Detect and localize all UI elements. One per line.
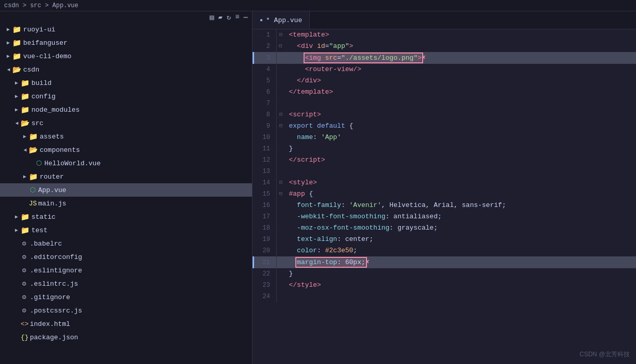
- tree-label: assets: [40, 133, 64, 141]
- arrow-icon: ▶: [4, 26, 12, 32]
- refresh-icon[interactable]: ↻: [226, 12, 232, 22]
- tree-item-helloworld[interactable]: ⬡ HelloWorld.vue: [0, 157, 252, 170]
- tree-item-test[interactable]: ▶ 📁 test: [0, 223, 252, 237]
- line-number: 7: [254, 98, 277, 109]
- tree-item-package-json[interactable]: {} package.json: [0, 331, 252, 344]
- html-file-icon: <>: [21, 320, 28, 328]
- line-number: 5: [254, 75, 277, 86]
- tree-item-src[interactable]: ▼ 📂 src: [0, 116, 252, 130]
- arrow-icon: ▶: [12, 214, 21, 220]
- vue-file-icon: ⬡: [35, 159, 42, 167]
- fold-icon[interactable]: ⊟: [277, 120, 285, 132]
- arrow-icon: ▶: [21, 174, 29, 180]
- tab-bar: ● * App.vue: [253, 11, 636, 29]
- line-number: 23: [254, 280, 277, 291]
- line-content: <template>: [285, 29, 636, 41]
- code-line-19: 19 text-align: center;: [254, 234, 636, 245]
- tree-item-router[interactable]: ▶ 📁 router: [0, 170, 252, 183]
- code-line-24: 24: [254, 291, 636, 302]
- editor-area: ● * App.vue 1 ⊟ <template> 2 ⊟: [253, 11, 636, 364]
- code-line-5: 5 </div>: [254, 75, 636, 86]
- new-file-icon[interactable]: ▤: [209, 12, 215, 22]
- folder-icon: 📁: [12, 25, 21, 34]
- line-number: 6: [254, 86, 277, 98]
- fold-icon[interactable]: ⊟: [277, 188, 285, 200]
- folder-open-icon: 📂: [21, 119, 29, 128]
- tree-item-editorconfig[interactable]: ⚙ .editorconfig: [0, 250, 252, 264]
- tree-item-assets[interactable]: ▶ 📁 assets: [0, 130, 252, 143]
- arrow-icon: ▼: [6, 65, 11, 74]
- line-number: 18: [254, 222, 277, 234]
- new-folder-icon[interactable]: ▰: [217, 12, 223, 22]
- line-content: -webkit-font-smoothing: antialiased;: [285, 211, 636, 222]
- tree-item-babelrc[interactable]: ⚙ .babelrc: [0, 237, 252, 250]
- tree-label: config: [31, 93, 56, 100]
- tree-item-vue-cli-demo[interactable]: ▶ 📁 vue-cli-demo: [0, 49, 252, 63]
- fold-icon: [277, 132, 285, 143]
- line-number: 17: [254, 211, 277, 222]
- folder-icon: 📁: [21, 226, 29, 235]
- line-number: 8: [254, 109, 277, 120]
- tree-label: App.vue: [38, 186, 66, 194]
- json-file-icon: {}: [21, 334, 28, 341]
- tree-label: router: [40, 173, 64, 181]
- tree-item-postcssrc[interactable]: ⚙ .postcssrc.js: [0, 304, 252, 317]
- collapse-icon[interactable]: ≡: [234, 12, 240, 22]
- line-number: 10: [254, 132, 277, 143]
- fold-icon: [277, 234, 285, 245]
- tree-item-build[interactable]: ▶ 📁 build: [0, 76, 252, 90]
- js-file-icon: JS: [29, 200, 36, 207]
- line-number: 19: [254, 234, 277, 245]
- fold-icon[interactable]: ⊟: [277, 41, 285, 52]
- fold-icon: [277, 98, 285, 109]
- fold-icon[interactable]: ⊟: [277, 109, 285, 120]
- line-content: <div id="app">: [285, 41, 636, 52]
- tree-label: test: [31, 227, 47, 234]
- tree-label: HelloWorld.vue: [44, 160, 101, 167]
- fold-icon[interactable]: ⊟: [277, 177, 285, 188]
- arrow-icon: ▶: [4, 40, 12, 46]
- folder-icon: 📁: [29, 132, 38, 141]
- line-content: }: [285, 143, 636, 154]
- tree-item-beifanguser[interactable]: ▶ 📁 beifanguser: [0, 36, 252, 49]
- tree-label: package.json: [30, 334, 78, 341]
- code-line-23: 23 </style>: [254, 280, 636, 291]
- line-content: <script>: [285, 109, 636, 120]
- code-table: 1 ⊟ <template> 2 ⊟ <div id="app"> 3: [253, 29, 636, 302]
- fold-icon: [277, 268, 285, 280]
- tree-item-eslintrc[interactable]: ⚙ .eslintrc.js: [0, 277, 252, 290]
- tree-item-index-html[interactable]: <> index.html: [0, 317, 252, 331]
- code-line-7: 7: [254, 98, 636, 109]
- tree-item-node-modules[interactable]: ▶ 📁 node_modules: [0, 103, 252, 116]
- fold-icon: [277, 86, 285, 98]
- sidebar-toolbar: ▤ ▰ ↻ ≡ ⋯: [0, 11, 252, 23]
- line-content: [285, 98, 636, 109]
- code-editor[interactable]: 1 ⊟ <template> 2 ⊟ <div id="app"> 3: [253, 29, 636, 364]
- config-file-icon: ⚙: [21, 306, 28, 315]
- tree-item-config[interactable]: ▶ 📁 config: [0, 90, 252, 103]
- tab-app-vue[interactable]: ● * App.vue: [253, 11, 310, 29]
- tree-item-eslintignore[interactable]: ⚙ .eslintignore: [0, 264, 252, 277]
- fold-icon[interactable]: ⊟: [277, 29, 285, 41]
- fold-icon: [277, 166, 285, 177]
- tree-item-ruoyi-ui[interactable]: ▶ 📁 ruoyi-ui: [0, 23, 252, 36]
- config-file-icon: ⚙: [21, 253, 28, 261]
- code-line-3: 3 <img src="./assets/logo.png">✗: [254, 52, 636, 64]
- tree-item-csdn[interactable]: ▼ 📂 csdn: [0, 63, 252, 76]
- fold-icon: [277, 245, 285, 256]
- code-line-14: 14 ⊟ <style>: [254, 177, 636, 188]
- tree-item-main-js[interactable]: JS main.js: [0, 197, 252, 210]
- top-bar: csdn > src > App.vue: [0, 0, 636, 11]
- line-number: 20: [254, 245, 277, 256]
- arrow-icon: ▼: [14, 119, 20, 127]
- line-content: </style>: [285, 280, 636, 291]
- more-icon[interactable]: ⋯: [243, 12, 249, 22]
- tree-item-components[interactable]: ▼ 📂 components: [0, 143, 252, 157]
- tree-label: vue-cli-demo: [23, 53, 72, 60]
- tree-item-app-vue[interactable]: ⬡ App.vue: [0, 183, 252, 197]
- code-line-10: 10 name: 'App': [254, 132, 636, 143]
- tree-item-static[interactable]: ▶ 📁 static: [0, 210, 252, 223]
- code-line-8: 8 ⊟ <script>: [254, 109, 636, 120]
- code-line-20: 20 color: #2c3e50;: [254, 245, 636, 256]
- tree-item-gitignore[interactable]: ⚙ .gitignore: [0, 290, 252, 304]
